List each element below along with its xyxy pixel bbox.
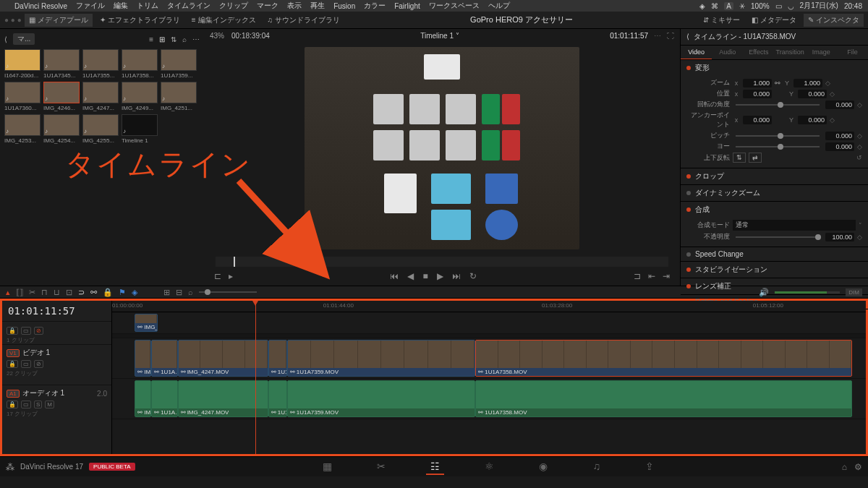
filter-icon[interactable]: ⋯ [192,35,200,43]
selection-tool-icon[interactable]: ▴ [6,288,10,297]
video-clip[interactable]: ⚯1U1A7359.MOV [287,340,476,377]
inspector-button[interactable]: ✎インスペクタ [804,14,864,27]
zoom-x-field[interactable]: 1.000 [743,79,772,87]
inspector-tab-audio[interactable]: Audio [712,46,743,59]
menu-file[interactable]: ファイル [76,1,105,11]
effects-lib-button[interactable]: ✦エフェクトライブラリ [95,14,184,27]
pitch-slider[interactable] [736,135,820,137]
go-first-icon[interactable]: ⇤ [647,270,657,283]
lock-icon[interactable]: 🔒 [7,360,18,368]
anchor-y-field[interactable]: 0.000 [798,116,827,124]
keyframe-icon[interactable]: ◇ [857,132,862,140]
keyframe-icon[interactable]: ◇ [857,143,862,150]
track-lane-v1[interactable]: ⚯IMG_...⚯1U1A...⚯IMG_4247.MOV⚯1U1A...⚯1U… [112,338,866,379]
track-header-a1[interactable]: A1オーディオ 12.0 🔒▭SM 17 クリップ [2,385,111,425]
keyframe-icon[interactable]: ◇ [830,116,835,124]
page-fairlight-icon[interactable]: ♫ [588,459,605,475]
media-thumb[interactable]: ♪I1647-200d... [4,49,41,79]
video-clip[interactable]: ⚯IMG_... [135,314,157,332]
inspector-tab-transition[interactable]: Transition [775,46,806,59]
media-thumb[interactable]: ♪IMG_4246... [43,82,80,111]
mixer-button[interactable]: ⇵ミキサー [699,14,744,27]
page-edit-icon[interactable]: ☷ [426,459,444,475]
timeline-playhead[interactable] [255,301,256,454]
go-last-icon[interactable]: ⇥ [661,270,671,283]
anchor-x-field[interactable]: 0.000 [743,116,772,124]
lock-icon[interactable]: 🔒 [103,288,113,297]
track-header-v2[interactable]: 🔒▭⊘ 1 クリップ [2,321,111,344]
keyframe-icon[interactable]: ◇ [830,90,835,98]
bin-label[interactable]: マ... [13,33,35,45]
viewer-options-icon[interactable]: ⋯ [654,32,661,40]
inspector-tab-effects[interactable]: Effects [743,46,774,59]
marker-icon[interactable]: ◈ [132,288,137,297]
volume-slider[interactable] [775,291,840,294]
home-icon[interactable]: ⌂ [842,462,847,472]
next-clip-icon[interactable]: ⏭ [451,270,462,283]
keyframe-icon[interactable]: ◇ [825,80,830,87]
media-thumb[interactable]: ♪IMG_4247... [82,82,119,111]
comp-mode-select[interactable]: 通常 [733,220,856,231]
stabilize-section-header[interactable]: スタビライゼーション [681,262,868,278]
inspector-tab-video[interactable]: Video [681,46,712,59]
prev-clip-icon[interactable]: ⏮ [388,270,400,283]
tl-view-icon[interactable]: ⊞ [163,288,170,297]
reset-icon[interactable]: ↺ [856,154,862,161]
list-view-icon[interactable]: ≡ [149,35,153,43]
timeline-tracks-area[interactable]: 01:00:00:0001:01:44:0001:03:28:0001:05:1… [112,301,866,454]
track-lane-a1[interactable]: ⚯IMG_...⚯1U1A...⚯IMG_4247.MOV⚯1U1A...⚯1U… [112,379,866,419]
pitch-field[interactable]: 0.000 [825,132,854,140]
wifi-icon[interactable]: ◡ [788,2,794,10]
media-thumb[interactable]: ♪1U1A7345... [43,49,80,79]
timeline-name[interactable]: Timeline 1 ˅ [270,32,610,40]
track-lane-v2[interactable]: ⚯IMG_... [112,312,866,334]
match-frame-icon[interactable]: ⊏ [213,270,223,283]
grid-view-icon[interactable]: ⊞ [159,35,165,43]
menu-help[interactable]: ヘルプ [488,1,510,11]
menu-edit[interactable]: 編集 [114,1,128,11]
stop-icon[interactable]: ■ [421,270,429,283]
audio-clip[interactable]: ⚯1U1A7358.MOV [475,380,852,417]
audio-clip[interactable]: ⚯IMG_4247.MOV [178,380,268,417]
track-view-icon[interactable]: ▭ [21,327,31,335]
inspector-tab-file[interactable]: File [837,46,868,59]
timeline-ruler[interactable]: 01:00:00:0001:01:44:0001:03:28:0001:05:1… [112,301,866,312]
media-thumb[interactable]: ♪IMG_4249... [122,82,158,111]
mark-in-icon[interactable]: ▸ [227,270,234,283]
opacity-slider[interactable] [736,236,820,238]
media-thumb[interactable]: ♪1U1A7360... [4,82,41,111]
insert-icon[interactable]: ⊓ [41,288,48,297]
flip-v-icon[interactable]: ⇅ [733,153,746,163]
speed-section-header[interactable]: Speed Change [681,247,868,261]
control-center-icon[interactable]: ⌘ [711,2,718,10]
v1-badge[interactable]: V1 [7,349,20,357]
overwrite-tool-icon[interactable]: ⊔ [54,288,60,297]
media-thumb[interactable]: ♪1U1A7355... [82,49,119,79]
media-thumb[interactable]: ♪IMG_4251... [161,82,197,111]
menu-app[interactable]: DaVinci Resolve [14,2,67,10]
loop-icon[interactable]: ↻ [468,270,478,283]
pos-x-field[interactable]: 0.000 [743,90,772,98]
audio-clip[interactable]: ⚯1U1A... [151,380,177,417]
page-deliver-icon[interactable]: ⇪ [641,459,658,475]
video-clip[interactable]: ⚯IMG_4247.MOV [178,340,268,377]
media-thumb[interactable]: ♪IMG_4255... [82,114,119,144]
media-thumb[interactable]: ♪1U1A7359... [161,49,197,79]
sort-icon[interactable]: ⇅ [171,35,176,43]
video-clip[interactable]: ⚯1U1A... [268,340,287,377]
lock-icon[interactable]: 🔒 [7,327,18,335]
viewer-scrub-bar[interactable] [216,257,668,267]
opacity-field[interactable]: 100.00 [825,233,854,241]
status-icon[interactable]: ◈ [699,2,705,10]
pos-y-field[interactable]: 0.000 [798,90,827,98]
blade-tool-icon[interactable]: ✂ [29,288,35,297]
volume-icon[interactable]: 🔊 [759,288,769,297]
dynamic-zoom-section-header[interactable]: ダイナミックズーム [681,185,868,201]
menu-trim[interactable]: トリム [137,1,158,11]
replace-icon[interactable]: ⊡ [66,288,72,297]
solo-button[interactable]: S [34,401,42,408]
keyframe-icon[interactable]: ◇ [857,101,862,108]
settings-icon[interactable]: ⚙ [854,462,862,472]
viewer-canvas[interactable] [204,42,680,254]
video-clip[interactable]: ⚯1U1A... [151,340,177,377]
